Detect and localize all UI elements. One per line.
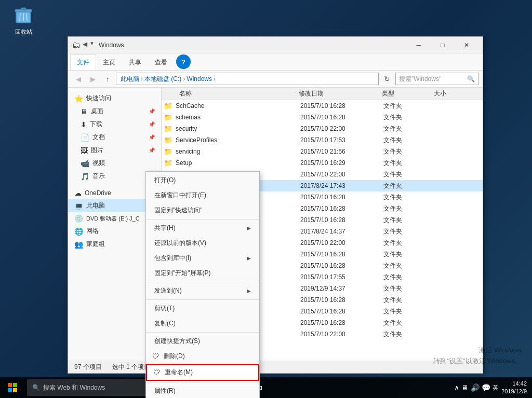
file-name: ServiceProfiles	[176, 136, 300, 144]
col-size-header[interactable]: 大小	[434, 89, 475, 98]
sidebar-network-label: 网络	[86, 227, 99, 236]
thispc-icon: 💻	[74, 202, 83, 210]
address-path[interactable]: 此电脑 › 本地磁盘 (C:) › Windows ›	[116, 73, 379, 85]
context-menu-item[interactable]: 🛡重命名(M)	[146, 364, 259, 381]
context-menu-item[interactable]: 创建快捷方式(S)	[146, 334, 259, 349]
file-date: 2015/7/10 22:00	[300, 331, 383, 338]
window-controls: ─ □ ✕	[407, 37, 478, 53]
context-menu-item[interactable]: 发送到(N)▶	[146, 283, 259, 298]
search-placeholder: 搜索"Windows"	[399, 75, 467, 84]
col-type-header[interactable]: 类型	[382, 89, 434, 98]
status-bar: 97 个项目 选中 1 个项目	[68, 361, 483, 373]
table-row[interactable]: 📁 SchCache 2015/7/10 16:28 文件夹	[162, 100, 483, 112]
message-icon[interactable]: 💬	[482, 383, 490, 392]
tab-view[interactable]: 查看	[148, 54, 174, 70]
file-date: 2015/7/10 16:29	[300, 159, 383, 167]
submenu-arrow-icon: ▶	[247, 255, 251, 261]
search-icon: 🔍	[467, 75, 475, 83]
lang-indicator[interactable]: 英	[493, 384, 498, 392]
forward-button[interactable]: ▶	[87, 73, 99, 85]
file-type: 文件夹	[383, 113, 435, 122]
path-windows[interactable]: Windows	[187, 75, 212, 83]
file-date: 2015/7/10 16:28	[300, 296, 383, 304]
network-tray-icon[interactable]: 🖥	[461, 383, 469, 392]
maximize-button[interactable]: □	[431, 37, 455, 53]
search-box[interactable]: 搜索"Windows" 🔍	[395, 73, 478, 85]
file-type: 文件夹	[383, 273, 435, 282]
folder-icon: 📁	[164, 125, 172, 133]
title-bar: 🗂 ◀ ▼ Windows ─ □ ✕	[68, 37, 483, 53]
tray-arrow-icon[interactable]: ∧	[454, 383, 459, 392]
sidebar-item-pictures[interactable]: 🖼 图片 📌	[68, 144, 161, 157]
context-menu-item[interactable]: 在新窗口中打开(E)	[146, 188, 259, 203]
path-sep-1: ›	[141, 75, 143, 83]
menu-item-label: 还原以前的版本(V)	[154, 239, 206, 248]
sidebar-item-videos[interactable]: 📹 视频	[68, 157, 161, 170]
pin-icon: 📌	[149, 108, 155, 114]
file-name: schemas	[176, 114, 300, 121]
context-menu-item[interactable]: 固定到"开始"屏幕(P)	[146, 266, 259, 281]
context-menu-item[interactable]: 复制(C)	[146, 316, 259, 331]
recycle-bin-icon[interactable]: 回收站	[5, 5, 42, 36]
sidebar-item-docs[interactable]: 📄 文档 📌	[68, 131, 161, 144]
col-date-header[interactable]: 修改日期	[299, 89, 382, 98]
refresh-button[interactable]: ↻	[381, 73, 393, 85]
file-name: servicing	[176, 148, 300, 155]
clock[interactable]: 14:42 2019/12/9	[501, 380, 527, 396]
file-name: SchCache	[176, 102, 300, 109]
context-menu-item[interactable]: 属性(R)	[146, 383, 259, 398]
start-button[interactable]	[0, 377, 25, 398]
svg-rect-8	[8, 388, 12, 392]
context-menu-item[interactable]: 剪切(T)	[146, 301, 259, 316]
sidebar-item-download[interactable]: ⬇ 下载 📌	[68, 118, 161, 131]
menu-item-icon: 🛡	[153, 368, 162, 377]
menu-item-label: 复制(C)	[154, 319, 176, 328]
tab-share[interactable]: 共享	[122, 54, 148, 70]
file-list-header: 名称 修改日期 类型 大小	[162, 88, 483, 100]
path-drive[interactable]: 本地磁盘 (C:)	[144, 75, 181, 84]
clock-time: 14:42	[501, 380, 527, 388]
homegroup-icon: 👥	[74, 240, 83, 249]
table-row[interactable]: 📁 ServiceProfiles 2015/7/10 17:53 文件夹	[162, 134, 483, 146]
context-menu-item[interactable]: 还原以前的版本(V)	[146, 236, 259, 251]
folder-icon: 📁	[164, 102, 172, 110]
help-button[interactable]: ?	[176, 54, 191, 69]
context-menu-separator	[146, 282, 259, 282]
context-menu-item[interactable]: 共享(H)▶	[146, 221, 259, 236]
file-type: 文件夹	[383, 227, 435, 236]
star-icon: ⭐	[74, 94, 83, 103]
window-title: Windows	[99, 42, 407, 49]
pin-icon-4: 📌	[149, 147, 155, 153]
path-computer[interactable]: 此电脑	[121, 75, 139, 84]
context-menu-item[interactable]: 固定到"快速访问"	[146, 203, 259, 218]
file-type: 文件夹	[383, 296, 435, 305]
back-button[interactable]: ◀	[72, 73, 85, 85]
docs-icon: 📄	[81, 133, 89, 142]
table-row[interactable]: 📁 servicing 2015/7/10 21:56 文件夹	[162, 146, 483, 157]
file-date: 2015/7/10 17:55	[300, 273, 383, 281]
svg-rect-7	[13, 383, 17, 387]
close-button[interactable]: ✕	[455, 37, 478, 53]
table-row[interactable]: 📁 schemas 2015/7/10 16:28 文件夹	[162, 112, 483, 123]
taskbar-right: ∧ 🖥 🔊 💬 英 14:42 2019/12/9	[454, 380, 532, 396]
sidebar-item-quick-access[interactable]: ⭐ 快速访问	[68, 92, 161, 105]
file-date: 2015/7/10 16:28	[300, 194, 383, 201]
file-type: 文件夹	[383, 159, 435, 168]
context-menu-item[interactable]: 🛡删除(D)	[146, 349, 259, 364]
recycle-bin-label: 回收站	[15, 28, 32, 36]
context-menu-item[interactable]: 包含到库中(I)▶	[146, 251, 259, 266]
volume-icon[interactable]: 🔊	[471, 383, 480, 392]
sidebar-item-desktop[interactable]: 🖥 桌面 📌	[68, 105, 161, 118]
col-name-header[interactable]: 名称	[164, 89, 299, 98]
context-menu-separator	[146, 332, 259, 333]
ribbon-tabs: 文件 主页 共享 查看 ?	[68, 53, 483, 70]
tab-file[interactable]: 文件	[70, 54, 96, 70]
context-menu-item[interactable]: 打开(O)	[146, 173, 259, 188]
tab-home[interactable]: 主页	[96, 54, 122, 70]
minimize-button[interactable]: ─	[407, 37, 431, 53]
file-type: 文件夹	[383, 147, 435, 156]
up-button[interactable]: ↑	[101, 73, 114, 85]
table-row[interactable]: 📁 Setup 2015/7/10 16:29 文件夹	[162, 157, 483, 169]
down-arrow-icon: ▼	[89, 40, 95, 50]
table-row[interactable]: 📁 security 2015/7/10 22:00 文件夹	[162, 123, 483, 134]
